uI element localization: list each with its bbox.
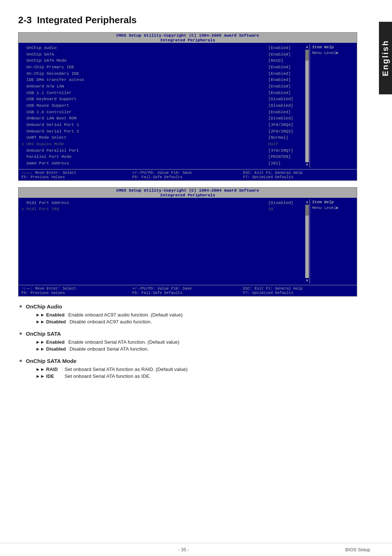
desc-item-0-1: ►► DisabledDisable onboard AC97 audio fu… (36, 319, 357, 324)
desc-bullet: ►► Disabled (36, 346, 66, 352)
desc-text: Enable onboard AC97 audio function. (Def… (68, 312, 183, 318)
bios1-row-15: x UR2 Duplex ModeHalf (21, 141, 302, 148)
bios1-row-0: OnChip Audio[Enabled] (21, 45, 302, 52)
bios-screen-2-footer: ↑↓→←: Move Enter: Select +/-/PU/PD: Valu… (19, 285, 357, 296)
bios1-row-11: OnBoard LAN Boot ROM[Disabled] (21, 115, 302, 122)
desc-item-2-1: ►► IDESet onboard Serial ATA function as… (36, 373, 357, 379)
bios1-row-2: OnChip SATA Mode[RAID] (21, 58, 302, 64)
english-tab: English (379, 22, 392, 94)
desc-text: Enable onboard Serial ATA function. (Def… (68, 339, 179, 345)
bios1-row-17: Parallel Port Mode[PRINTER] (21, 154, 302, 160)
desc-item-1-0: ►► EnabledEnable onboard Serial ATA func… (36, 339, 357, 345)
descriptions-container: ⚬ OnChip Audio►► EnabledEnable onboard A… (18, 303, 357, 379)
section-title: 2-3 Integrated Peripherals (18, 15, 357, 26)
desc-items-1: ►► EnabledEnable onboard Serial ATA func… (18, 339, 357, 352)
desc-item-0-0: ►► EnabledEnable onboard AC97 audio func… (36, 312, 357, 318)
bios2-row-1: x Midi Port IRQ10 (21, 206, 302, 213)
desc-bullet: ►► Disabled (36, 319, 66, 324)
desc-arrow-icon: ⚬ (18, 330, 23, 337)
bios-screen-1-header: CMOS Setup Utility-Copyright (C) 1984-20… (19, 33, 357, 43)
bios-screen-1-rows: OnChip Audio[Enabled] OnChip SATA[Enable… (19, 44, 305, 168)
desc-text: Disable onboard AC97 audio function. (70, 319, 152, 324)
desc-title-2: ⚬ OnChip SATA Mode (18, 357, 357, 364)
desc-bullet: ►► Enabled (36, 339, 65, 345)
bios1-row-3: On-Chip Primary IDE[Enabled] (21, 64, 302, 71)
desc-items-2: ►► RAIDSet onboard Serial ATA function a… (18, 367, 357, 379)
desc-item-2-0: ►► RAIDSet onboard Serial ATA function a… (36, 367, 357, 372)
bios1-row-10: USB 2.0 Controller[Enabled] (21, 109, 302, 116)
desc-items-0: ►► EnabledEnable onboard AC97 audio func… (18, 312, 357, 324)
bios-screen-2-rows: Midi Port Address[Disabled]x Midi Port I… (19, 199, 305, 283)
bottom-right: BIOS Setup (345, 547, 370, 552)
bios-scrollbar-1: ▲ ▼ (305, 44, 310, 168)
desc-text: Set onboard Serial ATA function as RAID.… (65, 367, 188, 372)
bios1-row-7: USB 1.1 Controller[Enabled] (21, 90, 302, 97)
bios1-row-4: On-Chip Secondary IDE[Enabled] (21, 71, 302, 77)
desc-arrow-icon: ⚬ (18, 303, 23, 310)
bottom-bar: - 35 - BIOS Setup (0, 543, 392, 556)
bios1-row-18: Game Port Address[201] (21, 160, 302, 167)
desc-title-1: ⚬ OnChip SATA (18, 330, 357, 337)
bios-screen-1: CMOS Setup Utility-Copyright (C) 1984-20… (18, 32, 357, 181)
bios-screen-1-help: Item Help Menu Level► (310, 44, 357, 168)
bios1-row-16: Onboard Parallel Port[378/IRQ7] (21, 148, 302, 154)
bios1-row-12: Onboard Serial Port 1[3F8/IRQ4] (21, 122, 302, 128)
bios1-row-14: UART Mode Select[Normal] (21, 135, 302, 141)
bios2-row-0: Midi Port Address[Disabled] (21, 200, 302, 207)
desc-title-0: ⚬ OnChip Audio (18, 303, 357, 310)
bios-scrollbar-2: ▲ ▼ (305, 199, 310, 283)
desc-bullet: ►► IDE (36, 373, 61, 379)
desc-bullet: ►► RAID (36, 367, 61, 372)
desc-text: Set onboard Serial ATA function as IDE. (65, 373, 151, 379)
bios1-row-8: USB Keyboard Support[Disabled] (21, 96, 302, 103)
desc-item-1-1: ►► DisabledDisable onboard Serial ATA fu… (36, 346, 357, 352)
bios-screen-2-help: Item Help Menu Level► (310, 199, 357, 283)
desc-text: Disable onboard Serial ATA function. (70, 346, 149, 352)
bios1-row-9: USB Mouse Support[Disabled] (21, 103, 302, 109)
desc-section-0: ⚬ OnChip Audio►► EnabledEnable onboard A… (18, 303, 357, 324)
bios1-row-13: Onboard Serial Port 2[2F8/IRQ3] (21, 128, 302, 135)
bios-screen-2-header: CMOS Setup Utility-Copyright (C) 1984-20… (19, 188, 357, 198)
bios1-row-5: IDE DMA transfer access[Enabled] (21, 77, 302, 83)
page-number: - 35 - (178, 547, 189, 552)
desc-section-2: ⚬ OnChip SATA Mode►► RAIDSet onboard Ser… (18, 357, 357, 379)
desc-section-1: ⚬ OnChip SATA►► EnabledEnable onboard Se… (18, 330, 357, 352)
bios1-row-1: OnChip SATA[Enabled] (21, 52, 302, 58)
bios-screen-1-footer: ↑↓→←: Move Enter: Select +/-/PU/PD: Valu… (19, 169, 357, 180)
desc-bullet: ►► Enabled (36, 312, 65, 318)
bios1-row-6: Onboard H/W LAN[Enabled] (21, 83, 302, 90)
desc-arrow-icon: ⚬ (18, 357, 23, 364)
bios-screen-2: CMOS Setup Utility-Copyright (C) 1984-20… (18, 187, 357, 297)
